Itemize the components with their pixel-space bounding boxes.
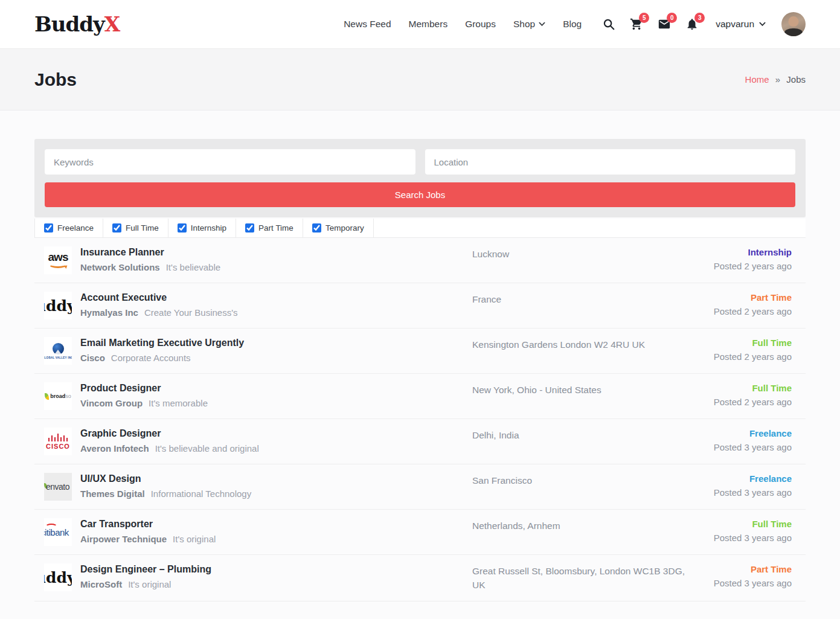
- job-location: Lucknow: [472, 246, 689, 261]
- job-type-badge: Full Time: [689, 519, 792, 529]
- jobs-list: aws Insurance Planner Network SolutionsI…: [34, 238, 806, 601]
- filter-checkbox[interactable]: [178, 223, 187, 233]
- company-logo-globalvalley: GLOBAL VALLEY INC.: [44, 337, 72, 365]
- job-company: Themes Digital: [80, 489, 145, 499]
- company-logo-broadso: broadso: [44, 382, 72, 410]
- company-logo-aws: aws: [44, 246, 72, 274]
- filter-checkbox[interactable]: [44, 223, 53, 233]
- user-avatar[interactable]: [781, 12, 806, 36]
- job-title[interactable]: UI/UX Design: [80, 473, 472, 484]
- job-posted: Posted 2 years ago: [689, 306, 792, 316]
- job-row[interactable]: buddy Account Executive Hymalyas IncCrea…: [34, 283, 806, 329]
- site-header: BuddyX News Feed Members Groups Shop Blo…: [0, 0, 840, 49]
- messages-icon[interactable]: 0: [658, 18, 671, 31]
- nav-item-groups[interactable]: Groups: [465, 19, 496, 30]
- job-title[interactable]: Product Designer: [80, 383, 472, 394]
- job-posted: Posted 3 years ago: [689, 487, 792, 498]
- job-type-filter-freelance[interactable]: Freelance: [34, 219, 103, 237]
- breadcrumb: Home » Jobs: [745, 74, 806, 85]
- nav-item-shop[interactable]: Shop: [513, 19, 545, 30]
- job-title[interactable]: Account Executive: [80, 292, 472, 303]
- job-type-badge: Freelance: [689, 428, 792, 438]
- nav-item-blog[interactable]: Blog: [563, 19, 582, 30]
- cart-icon[interactable]: 5: [630, 18, 643, 31]
- job-title[interactable]: Email Marketing Executive Urgently: [80, 338, 472, 348]
- job-row[interactable]: aws Insurance Planner Network SolutionsI…: [34, 238, 806, 283]
- job-tagline: Corporate Accounts: [111, 353, 191, 363]
- job-location: Great Russell St, Bloomsbury, London WC1…: [472, 563, 689, 592]
- job-company: Vincom Group: [80, 398, 143, 408]
- job-title[interactable]: Car Transporter: [80, 519, 472, 530]
- job-posted: Posted 2 years ago: [689, 397, 792, 407]
- job-location: New York, Ohio - United States: [472, 382, 689, 397]
- notifications-bell-icon[interactable]: 3: [685, 18, 699, 31]
- job-tagline: Create Your Business's: [144, 307, 238, 318]
- breadcrumb-current: Jobs: [786, 74, 806, 85]
- company-logo-buddy: buddy: [44, 563, 72, 591]
- job-company: Hymalyas Inc: [80, 307, 138, 318]
- job-type-filter-temporary[interactable]: Temporary: [303, 219, 374, 237]
- nav-item-news-feed[interactable]: News Feed: [344, 19, 391, 30]
- job-company: Averon Infotech: [80, 443, 149, 454]
- filter-checkbox[interactable]: [312, 223, 321, 233]
- user-menu[interactable]: vapvarun: [716, 19, 766, 30]
- job-row[interactable]: citibank Car Transporter Airpower Techni…: [34, 510, 806, 555]
- job-company: Airpower Technique: [80, 534, 167, 544]
- notifications-badge: 3: [694, 13, 705, 23]
- filter-checkbox[interactable]: [112, 223, 121, 233]
- job-title[interactable]: Graphic Designer: [80, 428, 472, 439]
- job-type-badge: Full Time: [689, 338, 792, 348]
- job-posted: Posted 3 years ago: [689, 533, 792, 543]
- job-type-filters: Freelance Full Time Internship Part Time…: [34, 219, 806, 238]
- job-row[interactable]: envato UI/UX Design Themes DigitalInform…: [34, 464, 806, 510]
- job-tagline: It's believable: [166, 262, 220, 272]
- search-icon[interactable]: [602, 18, 615, 31]
- job-location: Netherlands, Arnhem: [472, 518, 689, 533]
- job-location: Delhi, India: [472, 428, 689, 442]
- job-title[interactable]: Design Engineer – Plumbing: [80, 564, 472, 575]
- job-location: France: [472, 292, 689, 306]
- job-posted: Posted 3 years ago: [689, 442, 792, 452]
- job-tagline: Informational Technology: [151, 489, 252, 499]
- filter-checkbox[interactable]: [245, 223, 254, 233]
- job-tagline: It's memorable: [149, 398, 208, 408]
- company-logo-envato: envato: [44, 473, 72, 501]
- location-input[interactable]: [425, 149, 796, 175]
- logo-text-black: Buddy: [34, 12, 104, 36]
- job-type-badge: Part Time: [689, 564, 792, 574]
- job-row[interactable]: GLOBAL VALLEY INC. Email Marketing Execu…: [34, 329, 806, 374]
- chevron-down-icon: [539, 22, 545, 27]
- cart-badge: 5: [639, 13, 649, 23]
- job-type-filter-full-time[interactable]: Full Time: [103, 219, 168, 237]
- messages-badge: 0: [667, 13, 677, 23]
- job-posted: Posted 2 years ago: [689, 261, 792, 271]
- job-type-badge: Internship: [689, 247, 792, 257]
- search-jobs-button[interactable]: Search Jobs: [45, 182, 795, 207]
- job-type-filter-part-time[interactable]: Part Time: [236, 219, 303, 237]
- job-search-panel: Search Jobs: [34, 139, 806, 217]
- job-tagline: It's believable and original: [155, 443, 259, 454]
- header-actions: 5 0 3 vapvarun: [602, 12, 806, 36]
- keywords-input[interactable]: [45, 149, 415, 175]
- job-row[interactable]: broadso Product Designer Vincom GroupIt'…: [34, 374, 806, 419]
- job-type-badge: Full Time: [689, 383, 792, 393]
- job-type-filter-internship[interactable]: Internship: [168, 219, 236, 237]
- job-row[interactable]: CISCO Graphic Designer Averon InfotechIt…: [34, 419, 806, 464]
- company-logo-citibank: citibank: [44, 518, 72, 546]
- page-title: Jobs: [34, 69, 77, 90]
- job-posted: Posted 3 years ago: [689, 578, 792, 588]
- job-tagline: It's original: [173, 534, 216, 544]
- job-company: Network Solutions: [80, 262, 160, 272]
- breadcrumb-separator: »: [775, 74, 780, 85]
- page-title-band: Jobs Home » Jobs: [0, 49, 840, 111]
- user-name: vapvarun: [716, 19, 754, 30]
- job-type-badge: Part Time: [689, 292, 792, 303]
- job-title[interactable]: Insurance Planner: [80, 247, 472, 258]
- job-row[interactable]: buddy Design Engineer – Plumbing MicroSo…: [34, 555, 806, 601]
- job-location: San Francisco: [472, 473, 689, 487]
- main-content: Search Jobs Freelance Full Time Internsh…: [34, 139, 806, 601]
- site-logo[interactable]: BuddyX: [34, 12, 120, 36]
- chevron-down-icon: [759, 22, 766, 27]
- nav-item-members[interactable]: Members: [409, 19, 448, 30]
- breadcrumb-home-link[interactable]: Home: [745, 74, 769, 85]
